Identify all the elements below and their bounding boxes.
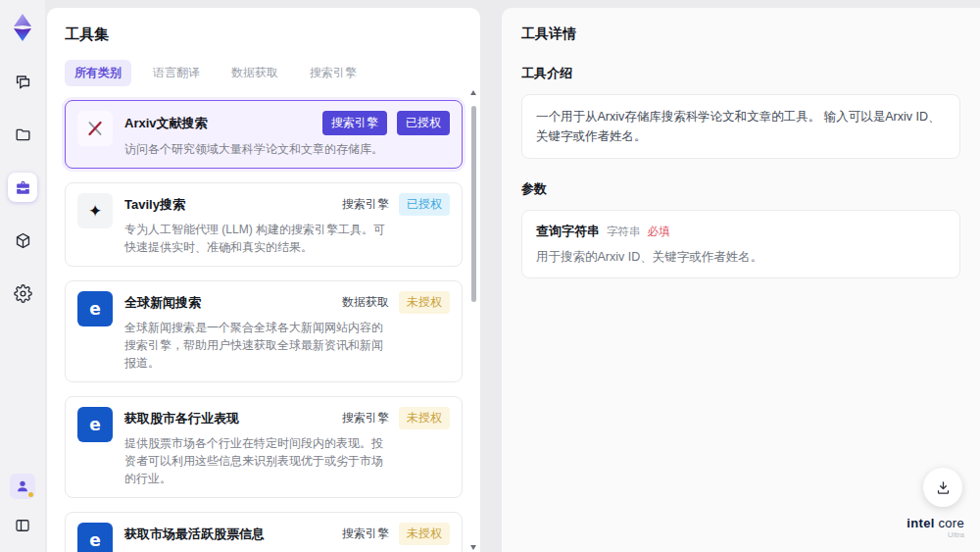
category-label: 搜索引擎 <box>342 410 389 427</box>
param-box: 查询字符串 字符串 必填 用于搜索的Arxiv ID、关键字或作者姓名。 <box>521 210 960 278</box>
status-badge: 未授权 <box>399 523 450 545</box>
param-required-flag: 必填 <box>648 225 670 239</box>
tool-detail-panel: 工具详情 工具介绍 一个用于从Arxiv存储库搜索科学论文和文章的工具。 输入可… <box>502 8 980 552</box>
tab-language-translation[interactable]: 语言翻译 <box>143 60 210 86</box>
tool-item-global-news[interactable]: e 全球新闻搜索 数据获取 未授权 全球新闻搜索是一个聚合全球各大新闻网站内容的… <box>65 280 463 382</box>
app-root: 工具集 所有类别 语言翻译 数据获取 搜索引擎 Arxiv文献搜索 <box>0 0 980 552</box>
tool-list: Arxiv文献搜索 搜索引擎 已授权 访问各个研究领域大量科学论文和文章的存储库… <box>65 100 463 552</box>
page-title: 工具集 <box>65 25 463 44</box>
intro-text: 一个用于从Arxiv存储库搜索科学论文和文章的工具。 输入可以是Arxiv ID… <box>536 107 946 146</box>
blue-news-icon: e <box>77 407 113 442</box>
app-logo[interactable] <box>8 12 37 43</box>
blue-news-icon: e <box>77 523 113 552</box>
core-wordmark: core <box>939 516 965 530</box>
tool-item-arxiv[interactable]: Arxiv文献搜索 搜索引擎 已授权 访问各个研究领域大量科学论文和文章的存储库… <box>65 100 463 169</box>
category-badge: 搜索引擎 <box>322 111 387 135</box>
intel-core-logo: intel core Ultra <box>906 514 964 540</box>
blue-news-icon: e <box>77 291 113 326</box>
sidebar-item-models[interactable] <box>8 226 37 255</box>
tool-description: 全球新闻搜索是一个聚合全球各大新闻网站内容的搜索引擎，帮助用户快速获取全球最新资… <box>124 319 389 372</box>
param-description: 用于搜索的Arxiv ID、关键字或作者姓名。 <box>536 249 946 266</box>
tool-name: 获取股市各行业表现 <box>124 410 239 427</box>
tab-all-categories[interactable]: 所有类别 <box>65 60 131 86</box>
sidebar-item-chat[interactable] <box>8 67 37 96</box>
category-label: 搜索引擎 <box>342 196 389 213</box>
panel-layout-icon <box>14 517 31 534</box>
status-badge: 已授权 <box>397 111 450 135</box>
gear-icon <box>14 284 32 303</box>
scrollbar-down-arrow-icon[interactable] <box>470 545 476 550</box>
status-badge: 未授权 <box>399 291 450 314</box>
arxiv-icon <box>77 111 113 146</box>
sidebar-item-tools[interactable] <box>8 173 37 202</box>
params-heading: 参数 <box>521 180 960 198</box>
sidebar-bottom <box>10 474 35 538</box>
param-name: 查询字符串 <box>536 223 600 240</box>
list-scrollbar[interactable] <box>470 90 477 550</box>
logo-diamond-icon <box>9 13 36 42</box>
tool-item-sector-performance[interactable]: e 获取股市各行业表现 搜索引擎 未授权 提供股票市场各个行业在特定时间段内的表… <box>65 396 463 498</box>
tool-description: 提供股票市场各个行业在特定时间段内的表现。投资者可以利用这些信息来识别表现优于或… <box>124 434 389 487</box>
user-icon <box>15 478 30 494</box>
intel-wordmark: intel <box>906 516 934 530</box>
tool-description: 专为人工智能代理 (LLM) 构建的搜索引擎工具。可快速提供实时、准确和真实的结… <box>124 221 389 256</box>
param-type: 字符串 <box>607 225 641 239</box>
tool-name: Tavily搜索 <box>124 196 185 214</box>
sidebar <box>0 0 45 552</box>
status-badge: 未授权 <box>399 407 450 429</box>
sidebar-item-files[interactable] <box>8 120 37 149</box>
tool-name: 全球新闻搜索 <box>124 294 201 312</box>
category-label: 数据获取 <box>342 294 389 311</box>
scrollbar-thumb[interactable] <box>471 106 476 302</box>
folder-icon <box>14 125 32 144</box>
toolbox-icon <box>14 178 32 197</box>
cube-icon <box>14 231 32 250</box>
tool-list-panel: 工具集 所有类别 语言翻译 数据获取 搜索引擎 Arxiv文献搜索 <box>47 8 480 552</box>
tool-item-active-stocks[interactable]: e 获取市场最活跃股票信息 搜索引擎 未授权 提供当天交易量最高的股票列表，投资… <box>65 512 463 552</box>
panel-toggle-button[interactable] <box>10 513 35 538</box>
tool-name: Arxiv文献搜索 <box>124 115 208 132</box>
download-icon <box>935 479 952 496</box>
chat-icon <box>14 73 32 91</box>
detail-title: 工具详情 <box>521 25 960 43</box>
intro-heading: 工具介绍 <box>521 65 960 82</box>
user-avatar[interactable] <box>10 474 35 499</box>
category-tabs: 所有类别 语言翻译 数据获取 搜索引擎 <box>65 60 463 86</box>
intro-box: 一个用于从Arxiv存储库搜索科学论文和文章的工具。 输入可以是Arxiv ID… <box>521 94 960 159</box>
status-dot <box>28 492 33 497</box>
tool-name: 获取市场最活跃股票信息 <box>124 526 265 543</box>
scrollbar-up-arrow-icon[interactable] <box>470 90 476 95</box>
intel-sub-label: Ultra <box>906 531 964 540</box>
sidebar-item-settings[interactable] <box>8 278 37 308</box>
category-label: 搜索引擎 <box>342 526 389 542</box>
status-badge: 已授权 <box>399 193 450 216</box>
tavily-sparkle-icon: ✦ <box>77 193 113 228</box>
tool-description: 访问各个研究领域大量科学论文和文章的存储库。 <box>124 140 389 158</box>
tool-item-tavily[interactable]: ✦ Tavily搜索 搜索引擎 已授权 专为人工智能代理 (LLM) 构建的搜索… <box>65 182 463 267</box>
tab-data-acquisition[interactable]: 数据获取 <box>221 60 288 86</box>
download-button[interactable] <box>923 468 962 507</box>
tab-search-engine[interactable]: 搜索引擎 <box>300 60 367 86</box>
